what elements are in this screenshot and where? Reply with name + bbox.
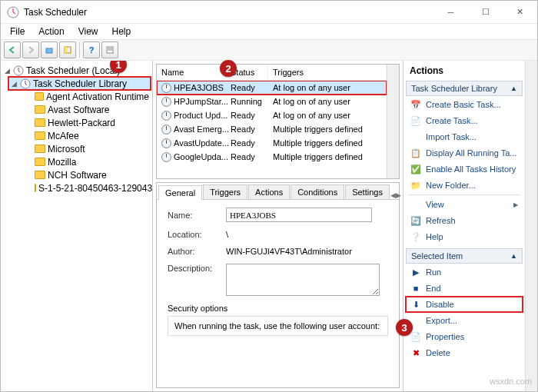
tree-item-label: S-1-5-21-80450463-1290439094 [38,183,153,194]
maximize-button[interactable]: ☐ [468,1,503,23]
tab-triggers[interactable]: Triggers [203,184,247,199]
tab-scroll-right[interactable]: ▶ [396,191,401,199]
action-label: Enable All Tasks History [426,164,516,174]
security-heading: Security options [168,304,388,313]
menu-view[interactable]: View [72,25,105,38]
actions-scrollbar[interactable] [525,61,537,391]
actions-sec2-hdr[interactable]: Selected Item▲ [406,248,523,264]
toolbar-back[interactable] [4,42,21,58]
task-status: Running [231,97,273,106]
tree-root[interactable]: ◢ Task Scheduler (Local) [2,64,151,77]
menu-action[interactable]: Action [32,25,70,38]
folder-icon [35,105,45,114]
action-link[interactable]: Export... [406,313,523,328]
tab-actions[interactable]: Actions [248,184,290,199]
action-link[interactable]: ■End [406,281,523,296]
task-header: Name Status Triggers [157,65,387,81]
action-link[interactable]: 📄Create Task... [406,113,523,128]
action-link[interactable]: Import Task... [406,129,523,145]
tab-scroll-left[interactable]: ◀ [390,191,396,199]
task-status: Ready [231,138,273,148]
action-link[interactable]: ✖Delete [406,345,523,360]
action-label: Create Task... [426,116,478,125]
hdr-triggers[interactable]: Triggers [268,65,387,80]
action-link[interactable]: 🔄Refresh [406,213,523,228]
task-row[interactable]: HPEA3JOBSReadyAt log on of any user [157,81,387,95]
val-location: \ [226,230,228,239]
val-author: WIN-FGUJI4VF43T\Administrator [226,247,352,256]
task-trigger: Multiple triggers defined [273,138,382,148]
input-desc[interactable] [226,264,380,296]
tree-item-label: Avast Software [48,105,109,115]
task-icon [161,125,171,135]
task-row[interactable]: AvastUpdate...ReadyMultiple triggers def… [157,136,387,150]
tree-item[interactable]: Mozilla [33,155,151,168]
tab-conditions[interactable]: Conditions [291,184,344,199]
task-row[interactable]: Product Upd...ReadyAt log on of any user [157,108,387,122]
action-link[interactable]: 📅Create Basic Task... [406,97,523,112]
minimize-button[interactable]: ─ [433,1,468,23]
action-link[interactable]: 📁New Folder... [406,178,523,193]
action-link[interactable]: ⬇Disable [406,297,523,312]
tree-root-label: Task Scheduler (Local) [26,65,120,76]
task-name: AvastUpdate... [174,138,229,148]
tree-item-label: McAfee [48,131,79,141]
tree-item-label: NCH Software [48,170,107,181]
general-form: Name: Location: \ Author: WIN-FGUJI4VF43… [157,200,399,387]
task-name: GoogleUpda... [174,152,228,161]
tree-item[interactable]: S-1-5-21-80450463-1290439094 [33,181,151,194]
tree-item[interactable]: Microsoft [33,142,151,155]
action-icon: ■ [410,283,421,294]
task-trigger: At log on of any user [273,83,382,92]
task-trigger: Multiple triggers defined [273,125,382,134]
tree-item[interactable]: Avast Software [33,103,151,116]
library-icon [20,78,31,89]
menubar: File Action View Help [1,24,537,39]
action-link[interactable]: 📋Display All Running Ta... [406,145,523,161]
toolbar: ? [1,39,537,61]
tab-settings[interactable]: Settings [345,184,390,199]
actions-sec1-hdr[interactable]: Task Scheduler Library▲ [406,81,523,96]
action-link[interactable]: ✅Enable All Tasks History [406,161,523,177]
toolbar-toggle[interactable] [59,42,76,58]
tree-item[interactable]: NCH Software [33,168,151,181]
menu-help[interactable]: Help [106,25,138,38]
menu-file[interactable]: File [4,25,31,38]
action-label: End [426,284,441,293]
toolbar-props[interactable] [101,42,118,58]
action-icon: ❔ [410,231,421,242]
action-label: Display All Running Ta... [426,148,516,158]
action-label: Run [426,267,441,277]
action-link[interactable]: 📄Properties [406,329,523,344]
separator [408,194,520,195]
task-name: Avast Emerg... [174,125,229,134]
tree-library[interactable]: ◢ Task Scheduler Library [8,77,151,90]
folder-icon [35,184,36,192]
input-name[interactable] [226,208,372,222]
task-icon [161,152,171,162]
tree-item[interactable]: Agent Activation Runtime [33,90,151,103]
toolbar-fwd[interactable] [22,42,39,58]
task-row[interactable]: GoogleUpda...ReadyMultiple triggers defi… [157,150,387,164]
action-link[interactable]: ❔Help [406,229,523,244]
task-scrollbar[interactable] [387,65,399,178]
lbl-name: Name: [168,211,226,220]
toolbar-help[interactable]: ? [83,42,100,58]
tree-item[interactable]: McAfee [33,129,151,142]
task-row[interactable]: HPJumpStar...RunningAt log on of any use… [157,95,387,108]
body: ◢ Task Scheduler (Local) ◢ Task Schedule… [1,61,537,391]
close-button[interactable]: ✕ [503,1,537,23]
hdr-name[interactable]: Name [157,65,226,80]
action-link[interactable]: View▶ [406,197,523,212]
task-icon [161,138,171,148]
action-label: Delete [426,348,450,357]
app-icon [7,6,19,18]
action-icon: 🔄 [410,215,421,226]
action-icon: 📄 [410,331,421,342]
toolbar-up[interactable] [41,42,58,58]
action-link[interactable]: ▶Run [406,264,523,280]
tree-item[interactable]: Hewlett-Packard [33,116,151,129]
tab-general[interactable]: General [158,185,202,200]
task-status: Ready [231,83,273,92]
task-row[interactable]: Avast Emerg...ReadyMultiple triggers def… [157,122,387,136]
